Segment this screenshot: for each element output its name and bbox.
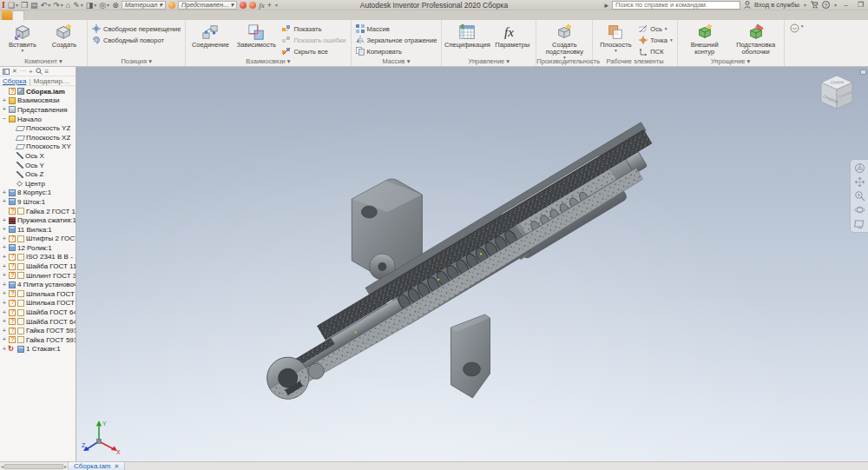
tree-expander[interactable]: + bbox=[2, 226, 7, 233]
insert-component-button[interactable]: Вставить ▾ bbox=[3, 22, 43, 52]
ribbon-display-toggle[interactable]: ▾ bbox=[785, 20, 804, 66]
navigation-bar[interactable] bbox=[850, 159, 868, 233]
sign-in-caret[interactable]: ▾ bbox=[803, 1, 806, 10]
group-label-simplification[interactable]: Упрощение ▾ bbox=[678, 57, 784, 65]
save-icon[interactable]: ▤ bbox=[30, 1, 38, 10]
appearance-copy-icon[interactable] bbox=[249, 2, 256, 9]
ribbon-tab[interactable] bbox=[2, 10, 12, 20]
parameters-button[interactable]: fx Параметры bbox=[491, 22, 533, 49]
tree-item[interactable]: + Шайба ГОСТ 640 bbox=[0, 317, 76, 327]
tree-item[interactable]: Плоскость YZ bbox=[0, 123, 76, 133]
minimize-button[interactable]: – bbox=[840, 1, 852, 9]
ribbon-tab[interactable] bbox=[87, 10, 97, 20]
hscroll-right-arrow[interactable]: ▸ bbox=[64, 463, 67, 469]
help-caret[interactable]: ▾ bbox=[833, 1, 837, 10]
ribbon-tab[interactable] bbox=[56, 10, 66, 20]
browser-filter-icon[interactable]: ⋯ bbox=[20, 68, 26, 75]
tree-expander[interactable]: − bbox=[2, 116, 7, 122]
assembly-model[interactable] bbox=[76, 67, 868, 461]
tree-expander[interactable]: + bbox=[2, 300, 7, 307]
tree-item[interactable]: Ось Y bbox=[0, 161, 76, 170]
appearance-adjust-icon[interactable] bbox=[240, 2, 247, 9]
browser-panel-icon[interactable] bbox=[3, 69, 10, 75]
work-ucs-button[interactable]: ПСК bbox=[637, 46, 674, 56]
ribbon-tab[interactable] bbox=[97, 10, 108, 20]
group-label-manage[interactable]: Управление ▾ bbox=[442, 57, 536, 65]
ribbon-tab[interactable] bbox=[139, 10, 149, 20]
appearance-ball-icon[interactable] bbox=[168, 2, 175, 9]
browser-add-icon[interactable]: + bbox=[29, 68, 33, 76]
substitute-button[interactable]: Создать подстановку ▾ bbox=[539, 22, 589, 59]
view-cube[interactable]: Сверху Спереди Справа bbox=[816, 72, 858, 112]
pan-icon[interactable] bbox=[854, 176, 865, 188]
infocenter-collapse-icon[interactable]: ▸ bbox=[605, 1, 609, 10]
group-label-position[interactable]: Позиция ▾ bbox=[88, 57, 185, 65]
tree-item[interactable]: + Пружина сжатия:1 bbox=[0, 215, 76, 225]
tree-item[interactable]: Ось Z bbox=[0, 169, 76, 179]
tree-expander[interactable]: + bbox=[2, 217, 7, 224]
ribbon-tab[interactable] bbox=[24, 10, 35, 20]
create-component-button[interactable]: Создать bbox=[44, 22, 84, 49]
restore-button[interactable]: ❐ bbox=[855, 1, 866, 9]
browser-search-icon[interactable] bbox=[36, 68, 43, 75]
tree-item[interactable]: Гайка 2 ГОСТ 11 bbox=[0, 207, 76, 216]
tree-expander[interactable]: + bbox=[2, 106, 7, 113]
tree-item[interactable]: + 9 Шток:1 bbox=[0, 197, 76, 207]
mirror-button[interactable]: Зеркальное отражение bbox=[354, 35, 439, 45]
user-icon[interactable] bbox=[744, 1, 751, 9]
tree-expander[interactable]: + bbox=[2, 244, 7, 251]
tree-item[interactable]: + Шплинт ГОСТ 39 bbox=[0, 271, 76, 281]
home-icon[interactable]: ⌂ bbox=[66, 1, 70, 10]
tree-item[interactable]: Ось X bbox=[0, 151, 76, 161]
new-file-icon[interactable]: ❏▾ bbox=[8, 1, 18, 10]
tree-expander[interactable]: + bbox=[2, 346, 7, 353]
free-rotate-button[interactable]: Свободный поворот bbox=[90, 35, 182, 45]
tree-item[interactable]: − Начало bbox=[0, 115, 76, 124]
browser-tab-modeling[interactable]: Моделиров... bbox=[33, 77, 73, 85]
parameters-qat-icon[interactable]: fx bbox=[259, 1, 265, 10]
help-search-input[interactable] bbox=[612, 1, 740, 10]
ribbon-tab[interactable] bbox=[118, 10, 128, 20]
orbit-icon[interactable] bbox=[854, 204, 865, 215]
hide-all-button[interactable]: Скрыть все bbox=[280, 46, 347, 56]
tree-item[interactable]: + Шайба ГОСТ 11 bbox=[0, 261, 76, 271]
free-move-button[interactable]: Свободное перемещение bbox=[90, 23, 182, 34]
navigation-wheel-icon[interactable] bbox=[854, 162, 865, 174]
constrain-button[interactable]: Зависимость bbox=[233, 22, 279, 49]
sketch-icon[interactable]: ✎▾ bbox=[73, 1, 83, 10]
ribbon-tab[interactable] bbox=[76, 10, 87, 20]
look-at-icon[interactable] bbox=[854, 218, 865, 229]
tree-item[interactable]: + Шайба ГОСТ 640 bbox=[0, 308, 76, 317]
canvas-window-icon[interactable] bbox=[860, 70, 866, 75]
group-label-pattern[interactable]: Массив ▾ bbox=[352, 57, 442, 65]
browser-tab-assembly[interactable]: Сборка bbox=[3, 77, 26, 85]
tree-item[interactable]: + ISO 2341 B B - 10 bbox=[0, 253, 76, 262]
tree-item[interactable]: + 1 Стакан:1 bbox=[0, 345, 76, 354]
shrinkwrap-button[interactable]: Внешний контур bbox=[681, 22, 729, 56]
tree-item[interactable]: + Штифты 2 ГОСТ bbox=[0, 235, 76, 244]
tree-expander[interactable]: + bbox=[2, 281, 7, 288]
tree-expander[interactable]: + bbox=[2, 318, 7, 325]
pattern-button[interactable]: Массив bbox=[354, 23, 439, 34]
undo-icon[interactable]: ↶▾ bbox=[41, 1, 51, 10]
redo-icon[interactable]: ↷▾ bbox=[53, 1, 63, 10]
tree-expander[interactable]: + bbox=[2, 263, 7, 270]
tree-item[interactable]: Плоскость XZ bbox=[0, 133, 76, 142]
copy-button[interactable]: Копировать bbox=[354, 46, 439, 56]
tree-item[interactable]: + 11 Вилка:1 bbox=[0, 225, 76, 235]
tree-item[interactable]: Плоскость XY bbox=[0, 142, 76, 152]
group-label-component[interactable]: Компонент ▾ bbox=[0, 57, 87, 65]
ribbon-tab[interactable] bbox=[12, 10, 24, 20]
tree-expander[interactable]: + bbox=[2, 97, 7, 104]
zoom-icon[interactable] bbox=[854, 190, 865, 202]
qat-overflow-icon[interactable]: ▾ bbox=[274, 1, 278, 10]
tree-expander[interactable]: + bbox=[2, 189, 7, 196]
help-icon[interactable]: ? bbox=[822, 1, 830, 9]
work-plane-button[interactable]: Плоскость ▾ bbox=[595, 22, 635, 52]
work-point-button[interactable]: Точка▾ bbox=[637, 35, 674, 45]
tree-expander[interactable]: + bbox=[2, 290, 7, 297]
document-tab[interactable]: Сборка.iam ✕ bbox=[69, 462, 125, 470]
browser-hscrollbar[interactable]: ◂ ▸ bbox=[0, 462, 69, 470]
tree-expander[interactable]: + bbox=[2, 336, 7, 343]
graphics-viewport[interactable]: Сверху Спереди Справа Y X Z bbox=[76, 67, 868, 461]
